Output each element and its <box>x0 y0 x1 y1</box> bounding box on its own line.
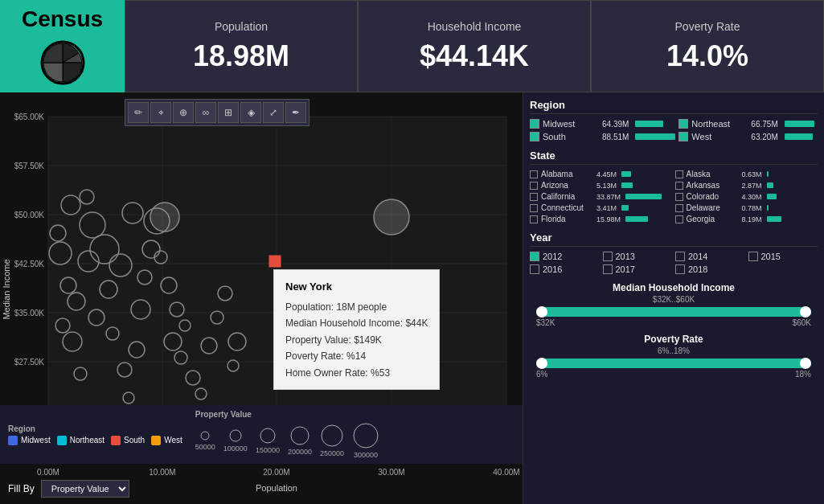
svg-point-71 <box>230 430 241 441</box>
prop-circle-50k-label: 50000 <box>195 443 215 451</box>
legend-midwest: Midwest <box>8 436 51 445</box>
toolbar-select-btn[interactable]: ⌖ <box>150 102 171 123</box>
prop-circle-200k: 200000 <box>288 425 312 456</box>
prop-circle-100k: 100000 <box>223 428 248 453</box>
state-item[interactable]: Arkansas 2.87M <box>675 181 818 190</box>
right-panel: Region Midwest 64.39M Northeast 66.75M S… <box>523 92 824 504</box>
poverty-rate-value: 14.0% <box>666 39 748 73</box>
toolbar-expand-btn[interactable]: ⤢ <box>263 102 284 123</box>
prop-circle-150k: 150000 <box>256 427 280 454</box>
income-slider-thumb-right[interactable] <box>800 306 811 318</box>
region-item[interactable]: Northeast 66.75M <box>678 119 818 129</box>
fill-by-label: Fill By <box>8 483 35 494</box>
year-item[interactable]: 2017 <box>603 264 673 274</box>
year-item[interactable]: 2013 <box>603 252 673 261</box>
state-item[interactable]: Alaska 0.63M <box>675 170 818 178</box>
year-item[interactable]: 2014 <box>675 252 745 261</box>
state-item[interactable]: California 33.87M <box>530 192 673 201</box>
svg-point-73 <box>291 427 309 445</box>
region-item[interactable]: South 88.51M <box>530 132 675 141</box>
tooltip-line-4: Home Owner Rate: %53 <box>285 365 428 381</box>
poverty-rate-label: Poverty Rate <box>675 20 740 33</box>
poverty-slider-section: Poverty Rate 6%..18% 6% 18% <box>530 334 818 379</box>
region-section: Region Midwest 64.39M Northeast 66.75M S… <box>530 99 818 141</box>
household-income-label: Household Income <box>428 20 522 33</box>
property-circles: 50000 100000 150000 200000 <box>195 422 379 459</box>
population-label: Population <box>215 20 268 33</box>
region-legend: Region Midwest Northeast South <box>8 424 182 445</box>
toolbar-pen-btn[interactable]: ✒ <box>285 102 306 123</box>
fill-by-row: Fill By Property Value <box>8 480 129 498</box>
census-logo-icon <box>39 39 87 87</box>
region-item[interactable]: West 63.20M <box>678 132 818 141</box>
legend-west-label: West <box>164 436 182 445</box>
tooltip-line-1: Median Household Income: $44K <box>285 315 428 331</box>
scatter-chart-area: ✏ ⌖ ⊕ ∞ ⊞ ◈ ⤢ ✒ <box>0 92 523 504</box>
poverty-slider-fill <box>536 359 811 368</box>
svg-text:$57.50K: $57.50K <box>14 162 45 170</box>
state-item[interactable]: Florida 15.98M <box>530 215 673 223</box>
svg-text:$35.00K: $35.00K <box>14 309 45 318</box>
poverty-slider-thumb-right[interactable] <box>800 358 811 369</box>
region-grid: Midwest 64.39M Northeast 66.75M South 88… <box>530 119 818 141</box>
svg-text:30.00M: 30.00M <box>378 468 404 477</box>
state-item[interactable]: Connecticut 3.41M <box>530 203 673 212</box>
prop-circle-100k-label: 100000 <box>223 445 248 453</box>
state-section: State Alabama 4.45M Alaska 0.63M Arizona… <box>530 150 818 223</box>
svg-text:10.00M: 10.00M <box>149 468 175 477</box>
state-item[interactable]: Arizona 5.13M <box>530 181 673 190</box>
svg-text:20.00M: 20.00M <box>263 468 289 477</box>
state-item[interactable]: Georgia 8.19M <box>675 215 818 223</box>
prop-circle-250k-label: 250000 <box>320 449 344 457</box>
svg-text:Median Income: Median Income <box>2 259 11 319</box>
toolbar-grid-btn[interactable]: ⊞ <box>218 102 239 123</box>
state-item[interactable]: Delaware 0.78M <box>675 203 818 212</box>
svg-text:$42.50K: $42.50K <box>14 260 45 268</box>
toolbar-zoom-btn[interactable]: ⊕ <box>173 102 194 123</box>
income-slider-thumb-left[interactable] <box>536 306 547 318</box>
tooltip-line-0: Population: 18M people <box>285 299 428 315</box>
poverty-slider-min: 6% <box>536 370 547 379</box>
income-slider-min: $32K <box>536 318 555 327</box>
data-tooltip: New York Population: 18M people Median H… <box>273 269 440 390</box>
region-section-title: Region <box>530 99 818 114</box>
income-slider-labels: $32K $60K <box>536 318 811 327</box>
legend-west: West <box>151 436 182 445</box>
year-section-title: Year <box>530 232 818 247</box>
income-slider-max: $60K <box>793 318 811 327</box>
income-slider-range: $32K..$60K <box>530 295 818 304</box>
legend-northeast: Northeast <box>57 436 105 445</box>
year-item[interactable]: 2012 <box>530 252 600 261</box>
svg-rect-68 <box>269 256 281 267</box>
income-slider-section: Median Household Income $32K..$60K $32K … <box>530 282 818 327</box>
year-item[interactable]: 2018 <box>675 264 745 274</box>
toolbar-link-btn[interactable]: ∞ <box>195 102 216 123</box>
year-item[interactable]: 2016 <box>530 264 600 274</box>
logo-box: Census <box>0 0 125 92</box>
legend-south-label: South <box>124 436 145 445</box>
svg-text:$27.50K: $27.50K <box>14 358 45 367</box>
svg-point-75 <box>354 424 378 448</box>
region-legend-title: Region <box>8 424 182 433</box>
poverty-slider-thumb-left[interactable] <box>536 358 547 369</box>
prop-circle-200k-label: 200000 <box>288 448 312 456</box>
svg-text:Population: Population <box>256 483 297 493</box>
year-section: Year 2012 2013 2014 2015 2016 2017 2018 <box>530 232 818 274</box>
state-grid: Alabama 4.45M Alaska 0.63M Arizona 5.13M… <box>530 170 818 223</box>
region-item[interactable]: Midwest 64.39M <box>530 119 675 129</box>
year-item[interactable]: 2015 <box>748 252 818 261</box>
prop-circle-300k-label: 300000 <box>354 451 378 459</box>
state-item[interactable]: Alabama 4.45M <box>530 170 673 178</box>
fill-by-select[interactable]: Property Value <box>41 480 129 498</box>
legend-south: South <box>111 436 145 445</box>
state-item[interactable]: Colorado 4.30M <box>675 192 818 201</box>
svg-text:0.00M: 0.00M <box>37 468 59 477</box>
prop-circle-150k-label: 150000 <box>256 446 280 454</box>
poverty-slider-max: 18% <box>795 370 811 379</box>
household-income-stat: Household Income $44.14K <box>358 0 591 92</box>
poverty-slider-labels: 6% 18% <box>536 370 811 379</box>
population-value: 18.98M <box>193 39 289 73</box>
toolbar-edit-btn[interactable]: ✏ <box>128 102 149 123</box>
tooltip-line-3: Poverty Rate: %14 <box>285 348 428 364</box>
toolbar-drop-btn[interactable]: ◈ <box>240 102 261 123</box>
